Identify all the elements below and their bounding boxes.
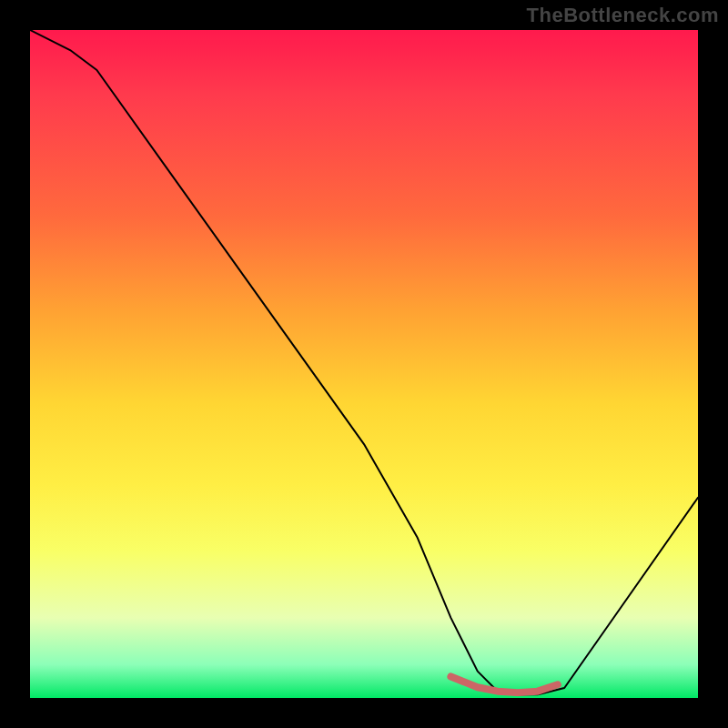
watermark-text: TheBottleneck.com	[527, 4, 719, 27]
plot-area	[30, 30, 698, 698]
optimal-zone-path	[450, 677, 557, 693]
curve-svg	[30, 30, 698, 698]
bottleneck-curve-path	[30, 30, 698, 694]
chart-frame: TheBottleneck.com	[0, 0, 728, 728]
